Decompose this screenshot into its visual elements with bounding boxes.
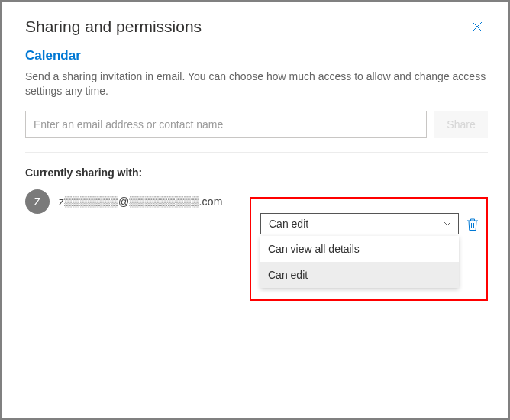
calendar-name: Calendar <box>25 48 488 63</box>
email-input[interactable] <box>25 111 427 138</box>
share-button-label: Share <box>447 118 475 131</box>
trash-icon <box>466 218 479 231</box>
header-row: Sharing and permissions <box>25 16 488 37</box>
page-title: Sharing and permissions <box>25 18 202 36</box>
permission-selected-label: Can edit <box>269 218 308 230</box>
share-entry: Z z▒▒▒▒▒▒▒@▒▒▒▒▒▒▒▒▒.com <box>25 189 488 214</box>
contact-email: z▒▒▒▒▒▒▒@▒▒▒▒▒▒▒▒▒.com <box>59 195 488 208</box>
close-icon <box>472 21 483 32</box>
sharing-permissions-panel: Sharing and permissions Calendar Send a … <box>2 2 508 418</box>
permission-area: Can edit Can view all details Can edit <box>260 213 459 288</box>
avatar: Z <box>25 189 50 214</box>
description-text: Send a sharing invitation in email. You … <box>25 69 488 99</box>
option-label: Can view all details <box>268 243 360 255</box>
sharing-heading: Currently sharing with: <box>25 166 488 179</box>
chevron-down-icon <box>443 219 452 228</box>
permission-option-can-edit[interactable]: Can edit <box>260 262 459 288</box>
option-label: Can edit <box>268 269 308 281</box>
permission-dropdown: Can view all details Can edit <box>260 236 459 288</box>
permission-option-view-all-details[interactable]: Can view all details <box>260 236 459 262</box>
permission-select[interactable]: Can edit <box>260 213 459 234</box>
close-button[interactable] <box>466 16 488 37</box>
divider <box>25 152 488 153</box>
share-button[interactable]: Share <box>434 111 488 138</box>
invite-row: Share <box>25 111 488 138</box>
avatar-initial: Z <box>34 195 41 208</box>
remove-share-button[interactable] <box>465 217 480 232</box>
